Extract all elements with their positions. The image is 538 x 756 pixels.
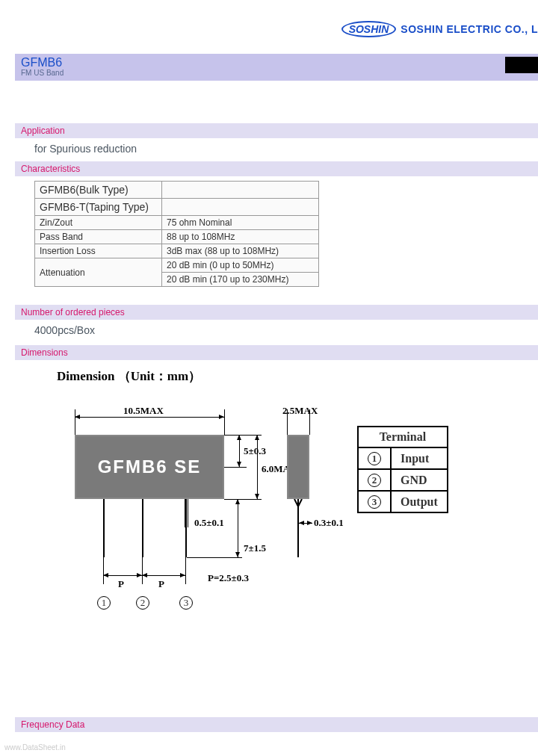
table-row: Attenuation 20 dB min (0 up to 50MHz): [35, 258, 319, 273]
section-dimensions: Dimensions Dimension （Unit：mm）: [15, 345, 538, 385]
section-application: Application for Spurious reduction: [15, 123, 538, 155]
terminal-num: 2: [358, 469, 391, 491]
extension-line: [187, 557, 242, 558]
logo-icon: SOSHIN: [341, 21, 397, 37]
cell: 88 up to 108MHz: [162, 230, 319, 244]
lead-3: [185, 499, 187, 557]
extension-line: [185, 499, 185, 527]
extension-line: [224, 409, 225, 435]
dim-width: 10.5MAX: [123, 405, 164, 417]
heading-frequency: Frequency Data: [15, 717, 538, 732]
dim-pitch-p2: P: [158, 578, 164, 590]
heading-pieces: Number of ordered pieces: [15, 305, 538, 320]
extension-line: [185, 557, 186, 584]
cell: [162, 182, 319, 199]
terminal-label: GND: [391, 469, 448, 491]
table-row: Zin/Zout 75 ohm Nominal: [35, 216, 319, 230]
table-row: 3 Output: [358, 491, 448, 512]
dimension-arrow: [238, 499, 238, 557]
cell: Pass Band: [35, 230, 162, 244]
dimension-arrow: [75, 417, 224, 418]
extension-line: [188, 499, 188, 527]
dim-lead-length: 7±1.5: [244, 542, 266, 554]
characteristics-table: GFMB6(Bulk Type) GFMB6-T(Taping Type) Zi…: [34, 181, 319, 287]
terminal-label: Input: [391, 447, 448, 469]
terminal-num-3: 3: [179, 596, 193, 610]
terminal-num-2: 2: [136, 596, 149, 610]
company-name: SOSHIN ELECTRIC CO., L: [401, 23, 538, 35]
title-bar: GFMB6 FM US Band: [15, 54, 538, 81]
section-frequency: Frequency Data: [15, 717, 538, 735]
table-row: GFMB6(Bulk Type): [35, 182, 319, 199]
dimension-arrow: [142, 575, 185, 576]
section-characteristics: Characteristics GFMB6(Bulk Type) GFMB6-T…: [15, 161, 538, 287]
pieces-text: 4000pcs/Box: [34, 324, 538, 336]
cell: [162, 199, 319, 216]
terminal-num: 3: [358, 491, 391, 512]
dimension-arrow: [239, 435, 240, 467]
terminal-label: Output: [391, 491, 448, 512]
table-row: Pass Band 88 up to 108MHz: [35, 230, 319, 244]
cell: GFMB6(Bulk Type): [35, 182, 162, 199]
extension-line: [224, 467, 247, 468]
dimension-arrow: [103, 575, 142, 576]
table-row: GFMB6-T(Taping Type): [35, 199, 319, 216]
cell: GFMB6-T(Taping Type): [35, 199, 162, 216]
part-subtitle: FM US Band: [21, 69, 532, 77]
dim-lead-thick: 0.3±0.1: [314, 517, 344, 529]
table-row: Insertion Loss 3dB max (88 up to 108MHz): [35, 244, 319, 258]
lead-2: [142, 499, 143, 557]
cell: 20 dB min (170 up to 230MHz): [162, 273, 319, 287]
cell: Zin/Zout: [35, 216, 162, 230]
table-row: 1 Input: [358, 447, 448, 469]
heading-application: Application: [15, 123, 538, 138]
dimension-arrow: [299, 523, 312, 524]
cell: 20 dB min (0 up to 50MHz): [162, 258, 319, 273]
dim-pitch-p1: P: [118, 578, 124, 590]
terminal-header: Terminal: [358, 427, 448, 447]
section-pieces: Number of ordered pieces 4000pcs/Box: [15, 305, 538, 336]
dimension-unit-label: Dimension （Unit：mm）: [57, 368, 538, 385]
lead-1: [103, 499, 105, 557]
watermark: www.DataSheet.in: [4, 743, 66, 752]
dim-lead-width: 0.5±0.1: [194, 517, 224, 529]
terminal-table: Terminal 1 Input 2 GND 3 Output: [357, 426, 448, 513]
heading-characteristics: Characteristics: [15, 161, 538, 176]
black-marker: [505, 57, 538, 73]
extension-line: [224, 499, 262, 500]
cell: 3dB max (88 up to 108MHz): [162, 244, 319, 258]
dimension-diagram: 10.5MAX GFMB6 SE 5±0.3 6.0MAX 0.5±0.1 7±…: [22, 403, 516, 687]
part-number: GFMB6: [21, 56, 532, 69]
component-marking: GFMB6 SE: [75, 435, 224, 499]
dim-side-width: 2.5MAX: [282, 405, 318, 417]
extension-line: [142, 557, 143, 584]
cell: Insertion Loss: [35, 244, 162, 258]
table-row: Terminal: [358, 427, 448, 447]
company-header: SOSHIN SOSHIN ELECTRIC CO., L: [341, 21, 538, 37]
cell: Attenuation: [35, 258, 162, 287]
dim-pitch-val: P=2.5±0.3: [208, 572, 249, 584]
dimension-arrow: [257, 435, 258, 499]
dim-5: 5±0.3: [244, 445, 266, 457]
application-text: for Spurious reduction: [34, 143, 538, 155]
extension-line: [75, 409, 75, 435]
side-lead: [297, 499, 299, 557]
extension-line: [103, 557, 104, 584]
cell: 75 ohm Nominal: [162, 216, 319, 230]
heading-dimensions: Dimensions: [15, 345, 538, 360]
terminal-num-1: 1: [97, 596, 111, 610]
side-body: [287, 435, 309, 499]
table-row: 2 GND: [358, 469, 448, 491]
terminal-num: 1: [358, 447, 391, 469]
